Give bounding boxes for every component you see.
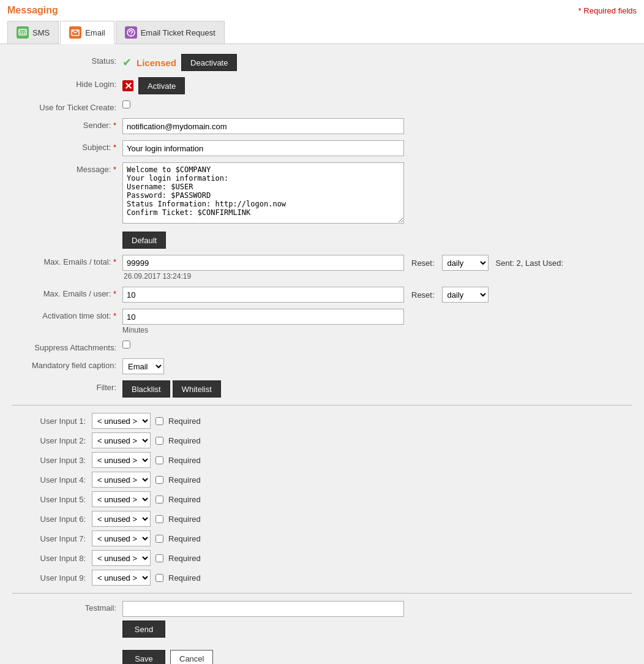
user-input-1-select[interactable]: < unused > bbox=[92, 413, 151, 429]
user-input-3-controls: < unused > Required bbox=[92, 452, 201, 468]
svg-rect-0 bbox=[19, 29, 26, 35]
user-input-6-select[interactable]: < unused > bbox=[92, 511, 151, 527]
user-input-1-controls: < unused > Required bbox=[92, 413, 201, 429]
user-input-1-required-checkbox[interactable] bbox=[155, 417, 163, 425]
user-input-5-select[interactable]: < unused > bbox=[92, 491, 151, 507]
user-input-row-5: User Input 5: < unused > Required bbox=[12, 491, 632, 507]
suppress-checkbox[interactable] bbox=[122, 341, 130, 349]
user-input-6-controls: < unused > Required bbox=[92, 511, 201, 527]
user-input-3-required-checkbox[interactable] bbox=[155, 456, 163, 464]
user-input-1-required-label: Required bbox=[168, 417, 201, 426]
user-input-3-select[interactable]: < unused > bbox=[92, 452, 151, 468]
tab-ticket[interactable]: Email Ticket Request bbox=[116, 21, 225, 43]
status-label: Status: bbox=[12, 54, 122, 66]
activation-time-label: Activation time slot: * bbox=[12, 309, 122, 320]
tab-sms[interactable]: SMS bbox=[7, 21, 59, 43]
reset-total-select[interactable]: daily weekly monthly bbox=[442, 255, 489, 271]
bottom-buttons: Save Cancel bbox=[12, 650, 632, 664]
hide-login-controls: ✕ Activate bbox=[122, 77, 404, 94]
user-input-7-label: User Input 7: bbox=[12, 534, 92, 543]
user-input-row-4: User Input 4: < unused > Required bbox=[12, 472, 632, 488]
message-row: Message: * Welcome to $COMPANY Your logi… bbox=[12, 162, 632, 225]
sms-icon bbox=[17, 26, 29, 39]
user-input-5-label: User Input 5: bbox=[12, 495, 92, 504]
tab-ticket-label: Email Ticket Request bbox=[141, 28, 215, 37]
reset-label-user: Reset: bbox=[411, 290, 435, 300]
user-input-8-select[interactable]: < unused > bbox=[92, 550, 151, 566]
user-input-8-required-checkbox[interactable] bbox=[155, 554, 163, 562]
use-for-ticket-controls bbox=[122, 100, 404, 110]
cancel-button[interactable]: Cancel bbox=[170, 650, 213, 664]
user-input-row-7: User Input 7: < unused > Required bbox=[12, 530, 632, 546]
user-input-7-controls: < unused > Required bbox=[92, 530, 201, 546]
sender-row: Sender: * bbox=[12, 118, 632, 134]
blacklist-button[interactable]: Blacklist bbox=[122, 380, 170, 398]
reset-user-select[interactable]: daily weekly monthly bbox=[442, 287, 489, 303]
max-emails-total-row: Max. Emails / total: * Reset: daily week… bbox=[12, 255, 632, 281]
mandatory-select[interactable]: Email Phone Name bbox=[122, 358, 164, 374]
save-button[interactable]: Save bbox=[122, 650, 165, 664]
user-input-8-label: User Input 8: bbox=[12, 554, 92, 563]
user-input-6-required-checkbox[interactable] bbox=[155, 515, 163, 523]
message-controls: Welcome to $COMPANY Your login informati… bbox=[122, 162, 404, 225]
app-title: Messaging bbox=[7, 5, 58, 16]
user-input-4-select[interactable]: < unused > bbox=[92, 472, 151, 488]
required-note: * Required fields bbox=[578, 6, 637, 15]
user-input-4-required-checkbox[interactable] bbox=[155, 476, 163, 484]
hide-login-row: Hide Login: ✕ Activate bbox=[12, 77, 632, 94]
minutes-label: Minutes bbox=[122, 326, 404, 334]
sender-controls bbox=[122, 118, 404, 134]
user-input-9-required-checkbox[interactable] bbox=[155, 574, 163, 582]
max-emails-total-label: Max. Emails / total: * bbox=[12, 255, 122, 266]
suppress-row: Suppress Attachments: bbox=[12, 341, 632, 352]
user-input-2-required-checkbox[interactable] bbox=[155, 437, 163, 445]
user-input-9-select[interactable]: < unused > bbox=[92, 570, 151, 586]
max-emails-user-input[interactable] bbox=[122, 287, 404, 303]
subject-label: Subject: * bbox=[12, 140, 122, 152]
user-input-5-required-checkbox[interactable] bbox=[155, 496, 163, 504]
hide-login-label: Hide Login: bbox=[12, 77, 122, 89]
default-row: Default bbox=[12, 232, 632, 249]
sender-input[interactable] bbox=[122, 118, 404, 134]
max-emails-user-row: Max. Emails / user: * Reset: daily weekl… bbox=[12, 287, 632, 303]
activation-time-input[interactable] bbox=[122, 309, 404, 325]
testmail-label: Testmail: bbox=[12, 601, 122, 613]
activate-button[interactable]: Activate bbox=[138, 77, 185, 94]
use-for-ticket-checkbox[interactable] bbox=[122, 100, 130, 108]
user-input-7-select[interactable]: < unused > bbox=[92, 530, 151, 546]
user-input-6-required-label: Required bbox=[168, 515, 201, 524]
user-input-1-label: User Input 1: bbox=[12, 417, 92, 426]
status-check-icon: ✔ bbox=[122, 56, 132, 69]
hide-login-x-icon: ✕ bbox=[122, 80, 133, 91]
message-textarea[interactable]: Welcome to $COMPANY Your login informati… bbox=[122, 162, 404, 224]
user-input-2-select[interactable]: < unused > bbox=[92, 432, 151, 448]
svg-point-7 bbox=[130, 34, 132, 36]
mandatory-label: Mandatory field caption: bbox=[12, 358, 122, 370]
user-input-8-required-label: Required bbox=[168, 554, 201, 563]
user-input-7-required-checkbox[interactable] bbox=[155, 535, 163, 543]
tab-email[interactable]: Email bbox=[60, 21, 114, 44]
default-spacer bbox=[12, 232, 122, 234]
subject-input[interactable] bbox=[122, 140, 404, 156]
tabs-bar: SMS Email Email Ticket Request bbox=[0, 21, 644, 44]
datetime-value: 26.09.2017 13:24:19 bbox=[122, 272, 563, 281]
main-content: Status: ✔ Licensed Deactivate Hide Login… bbox=[0, 44, 644, 664]
max-emails-total-input[interactable] bbox=[122, 255, 404, 271]
message-label: Message: * bbox=[12, 162, 122, 174]
whitelist-button[interactable]: Whitelist bbox=[173, 380, 221, 398]
send-button[interactable]: Send bbox=[122, 621, 165, 638]
user-input-8-controls: < unused > Required bbox=[92, 550, 201, 566]
filter-controls: Blacklist Whitelist bbox=[122, 380, 404, 398]
default-button[interactable]: Default bbox=[122, 232, 166, 249]
user-input-2-required-label: Required bbox=[168, 436, 201, 445]
header: Messaging * Required fields bbox=[0, 0, 644, 21]
filter-label: Filter: bbox=[12, 380, 122, 392]
testmail-input[interactable] bbox=[122, 601, 404, 617]
sender-label: Sender: * bbox=[12, 118, 122, 130]
user-input-2-controls: < unused > Required bbox=[92, 432, 201, 448]
subject-controls bbox=[122, 140, 404, 156]
user-input-9-controls: < unused > Required bbox=[92, 570, 201, 586]
suppress-label: Suppress Attachments: bbox=[12, 341, 122, 352]
deactivate-button[interactable]: Deactivate bbox=[181, 54, 237, 71]
user-input-row-8: User Input 8: < unused > Required bbox=[12, 550, 632, 566]
